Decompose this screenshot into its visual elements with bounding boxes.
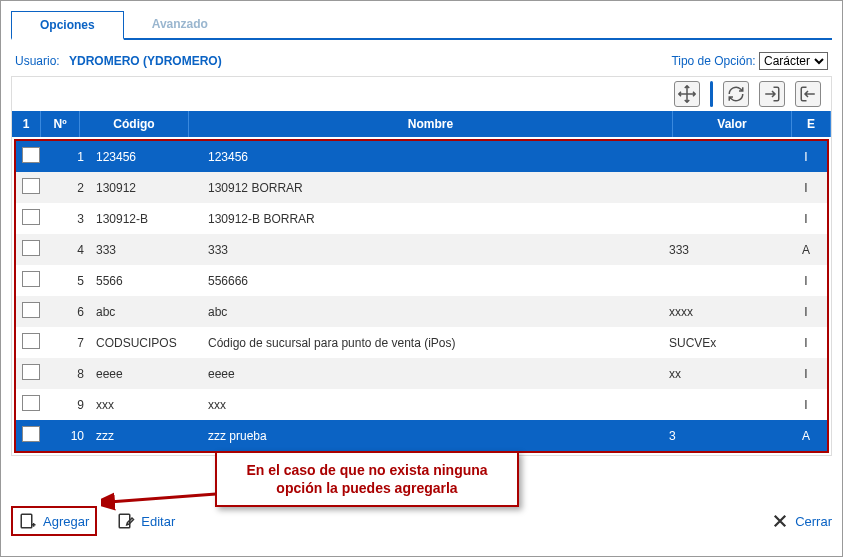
import-button[interactable] — [759, 81, 785, 107]
export-button[interactable] — [795, 81, 821, 107]
add-button[interactable]: Agregar — [19, 512, 89, 530]
annotation-callout: En el caso de que no exista ninguna opci… — [215, 451, 519, 507]
row-checkbox[interactable] — [22, 364, 40, 380]
grid-body: 1123456123456I2130912130912 BORRARI31309… — [14, 139, 829, 453]
edit-icon — [117, 512, 135, 530]
header-status[interactable]: E — [792, 111, 831, 137]
cell-num: 7 — [48, 330, 90, 356]
cell-name: eeee — [202, 361, 663, 387]
user-value: YDROMERO (YDROMERO) — [69, 54, 222, 68]
type-select[interactable]: Carácter — [759, 52, 828, 70]
add-label: Agregar — [43, 514, 89, 529]
cell-value: SUCVEx — [663, 330, 785, 356]
row-checkbox[interactable] — [22, 426, 40, 442]
tab-advanced[interactable]: Avanzado — [124, 11, 236, 38]
cell-name: 130912 BORRAR — [202, 175, 663, 201]
row-checkbox[interactable] — [22, 333, 40, 349]
data-grid: 1 Nº Código Nombre Valor E 1123456123456… — [11, 111, 832, 456]
row-checkbox[interactable] — [22, 395, 40, 411]
cell-name: xxx — [202, 392, 663, 418]
svg-line-2 — [109, 494, 216, 502]
add-icon — [19, 512, 37, 530]
cell-num: 5 — [48, 268, 90, 294]
cell-status: I — [785, 144, 827, 170]
table-row[interactable]: 6abcabcxxxxI — [16, 296, 827, 327]
table-row[interactable]: 7CODSUCIPOSCódigo de sucursal para punto… — [16, 327, 827, 358]
cell-name: zzz prueba — [202, 423, 663, 449]
svg-rect-0 — [21, 514, 32, 528]
cell-name: 130912-B BORRAR — [202, 206, 663, 232]
edit-label: Editar — [141, 514, 175, 529]
cell-code: zzz — [90, 423, 202, 449]
tab-options[interactable]: Opciones — [11, 11, 124, 40]
table-row[interactable]: 2130912130912 BORRARI — [16, 172, 827, 203]
table-row[interactable]: 8eeeeeeeexxI — [16, 358, 827, 389]
meta-bar: Usuario: YDROMERO (YDROMERO) Tipo de Opc… — [15, 52, 828, 70]
cell-code: abc — [90, 299, 202, 325]
cell-value — [663, 399, 785, 411]
cell-code: 123456 — [90, 144, 202, 170]
row-checkbox[interactable] — [22, 240, 40, 256]
row-checkbox[interactable] — [22, 302, 40, 318]
cell-name: 333 — [202, 237, 663, 263]
close-label: Cerrar — [795, 514, 832, 529]
cell-name: 123456 — [202, 144, 663, 170]
cell-num: 8 — [48, 361, 90, 387]
cell-status: I — [785, 299, 827, 325]
cell-value — [663, 275, 785, 287]
cell-num: 1 — [48, 144, 90, 170]
cell-value — [663, 182, 785, 194]
cell-status: I — [785, 361, 827, 387]
tab-bar: Opciones Avanzado — [11, 11, 832, 40]
table-row[interactable]: 1123456123456I — [16, 141, 827, 172]
cell-name: Código de sucursal para punto de venta (… — [202, 330, 663, 356]
grid-header: 1 Nº Código Nombre Valor E — [12, 111, 831, 137]
cell-num: 6 — [48, 299, 90, 325]
table-row[interactable]: 10zzzzzz prueba3A — [16, 420, 827, 451]
cell-name: abc — [202, 299, 663, 325]
cell-value — [663, 151, 785, 163]
cell-status: I — [785, 330, 827, 356]
row-checkbox[interactable] — [22, 178, 40, 194]
cell-code: 333 — [90, 237, 202, 263]
cell-status: I — [785, 175, 827, 201]
table-row[interactable]: 55566556666I — [16, 265, 827, 296]
header-name[interactable]: Nombre — [189, 111, 673, 137]
cell-num: 10 — [48, 423, 90, 449]
app-window: Opciones Avanzado Usuario: YDROMERO (YDR… — [0, 0, 843, 557]
table-row[interactable]: 9xxxxxxI — [16, 389, 827, 420]
table-row[interactable]: 4333333333A — [16, 234, 827, 265]
table-row[interactable]: 3130912-B130912-B BORRARI — [16, 203, 827, 234]
cell-status: I — [785, 268, 827, 294]
cell-num: 3 — [48, 206, 90, 232]
cell-status: A — [785, 237, 827, 263]
cell-value: xx — [663, 361, 785, 387]
header-code[interactable]: Código — [80, 111, 189, 137]
close-icon — [771, 512, 789, 530]
footer-bar: Agregar Editar Cerrar — [11, 506, 832, 536]
cell-name: 556666 — [202, 268, 663, 294]
refresh-button[interactable] — [723, 81, 749, 107]
cell-code: CODSUCIPOS — [90, 330, 202, 356]
row-checkbox[interactable] — [22, 271, 40, 287]
cell-value: 333 — [663, 237, 785, 263]
header-value[interactable]: Valor — [673, 111, 792, 137]
header-select[interactable]: 1 — [12, 111, 41, 137]
header-num[interactable]: Nº — [41, 111, 80, 137]
cell-code: xxx — [90, 392, 202, 418]
close-button[interactable]: Cerrar — [771, 512, 832, 530]
cell-code: eeee — [90, 361, 202, 387]
grid-toolbar — [11, 76, 832, 111]
cell-num: 4 — [48, 237, 90, 263]
cell-status: I — [785, 206, 827, 232]
row-checkbox[interactable] — [22, 147, 40, 163]
cell-value: xxxx — [663, 299, 785, 325]
row-checkbox[interactable] — [22, 209, 40, 225]
autofit-columns-button[interactable] — [674, 81, 700, 107]
cell-value — [663, 213, 785, 225]
cell-code: 130912 — [90, 175, 202, 201]
cell-code: 5566 — [90, 268, 202, 294]
cell-value: 3 — [663, 423, 785, 449]
type-label: Tipo de Opción: — [671, 54, 755, 68]
edit-button[interactable]: Editar — [117, 512, 175, 530]
